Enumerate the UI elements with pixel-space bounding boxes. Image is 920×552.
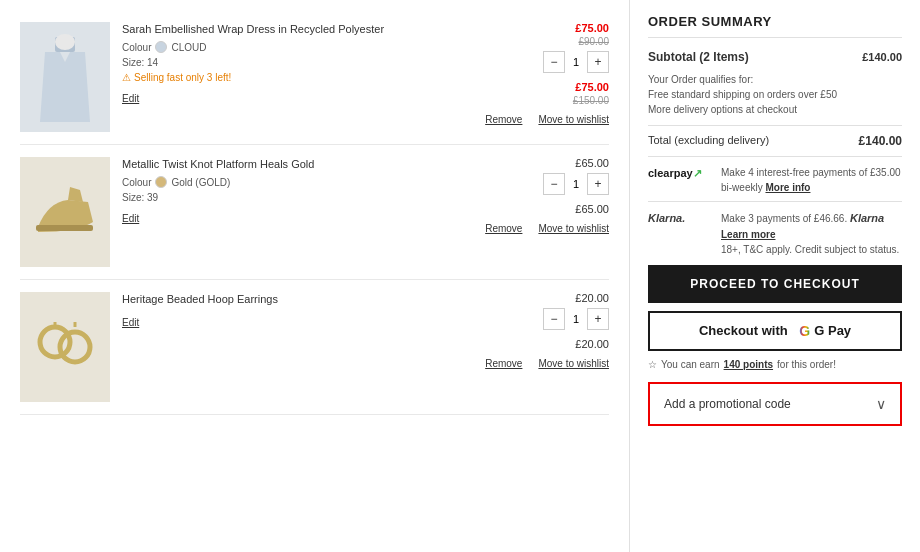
- item-right: £65.00 − + £65.00 Remove Move to wishlis…: [485, 157, 609, 234]
- subtotal-value: £140.00: [862, 51, 902, 63]
- edit-link[interactable]: Edit: [122, 317, 139, 328]
- earn-points-section: ☆ You can earn 140 points for this order…: [648, 359, 902, 370]
- remove-link[interactable]: Remove: [485, 358, 522, 369]
- promo-text: Add a promotional code: [664, 397, 791, 411]
- item-image: [20, 157, 110, 267]
- klarna-subtext: 18+, T&C apply. Credit subject to status…: [721, 242, 902, 257]
- item-total-section: £75.00 £150.00: [573, 81, 609, 106]
- item-right: £20.00 − + £20.00 Remove Move to wishlis…: [485, 292, 609, 369]
- item-total-section: £20.00: [575, 338, 609, 350]
- qty-area: − + £75.00 £150.00 Remove Move to wishli…: [485, 51, 609, 125]
- cart-item: Heritage Beaded Hoop Earrings Edit £20.0…: [20, 280, 609, 415]
- clearpay-option: clearpay↗ Make 4 interest-free payments …: [648, 165, 902, 202]
- item-total-original: £150.00: [573, 95, 609, 106]
- qty-decrease-btn[interactable]: −: [544, 51, 564, 73]
- bottom-item-actions: Remove Move to wishlist: [485, 223, 609, 234]
- item-right: £75.00 £90.00 − + £75.00 £150.00 Remove …: [485, 22, 609, 125]
- qty-increase-btn[interactable]: +: [588, 173, 608, 195]
- item-size: Size: 14: [122, 57, 473, 68]
- item-size: Size: 39: [122, 192, 473, 203]
- wishlist-link[interactable]: Move to wishlist: [538, 358, 609, 369]
- qty-decrease-btn[interactable]: −: [544, 308, 564, 330]
- item-image-placeholder: [20, 157, 110, 267]
- clearpay-more-info-link[interactable]: More info: [765, 182, 810, 193]
- edit-link[interactable]: Edit: [122, 93, 139, 104]
- gpay-label: G Pay: [814, 323, 851, 338]
- qty-input[interactable]: [564, 308, 588, 330]
- qty-control[interactable]: − +: [543, 51, 609, 73]
- order-summary-panel: ORDER SUMMARY Subtotal (2 Items) £140.00…: [630, 0, 920, 552]
- item-details: Sarah Embellished Wrap Dress in Recycled…: [122, 22, 473, 104]
- qty-input[interactable]: [564, 51, 588, 73]
- gpay-button[interactable]: Checkout with G G Pay: [648, 311, 902, 351]
- google-g-icon: G: [799, 323, 810, 339]
- cart-items-panel: Sarah Embellished Wrap Dress in Recycled…: [0, 0, 630, 552]
- chevron-down-icon: ∨: [876, 396, 886, 412]
- qty-control[interactable]: − +: [543, 308, 609, 330]
- colour-label: Colour: [122, 42, 151, 53]
- promo-code-section[interactable]: Add a promotional code ∨: [648, 382, 902, 426]
- qualifies-line3: More delivery options at checkout: [648, 102, 902, 117]
- svg-rect-2: [36, 225, 93, 231]
- item-details: Heritage Beaded Hoop Earrings Edit: [122, 292, 473, 328]
- item-total: £75.00: [575, 81, 609, 93]
- item-price-current: £65.00: [575, 157, 609, 169]
- subtotal-row: Subtotal (2 Items) £140.00: [648, 50, 902, 64]
- colour-swatch: [155, 41, 167, 53]
- bottom-item-actions: Remove Move to wishlist: [485, 114, 609, 125]
- item-total-section: £65.00: [575, 203, 609, 215]
- total-value: £140.00: [859, 134, 902, 148]
- qualifies-line1: Your Order qualifies for:: [648, 72, 902, 87]
- colour-name: CLOUD: [171, 42, 206, 53]
- item-details: Metallic Twist Knot Platform Heals Gold …: [122, 157, 473, 224]
- item-image: [20, 292, 110, 402]
- qualifies-section: Your Order qualifies for: Free standard …: [648, 72, 902, 126]
- qualifies-line2: Free standard shipping on orders over £5…: [648, 87, 902, 102]
- colour-label: Colour: [122, 177, 151, 188]
- klarna-text: Make 3 payments of £46.66. Klarna Learn …: [721, 210, 902, 257]
- item-price-section: £65.00: [575, 157, 609, 169]
- item-name: Heritage Beaded Hoop Earrings: [122, 292, 473, 307]
- gpay-text: Checkout with: [699, 323, 788, 338]
- clearpay-logo: clearpay↗: [648, 165, 713, 182]
- proceed-to-checkout-button[interactable]: PROCEED TO CHECKOUT: [648, 265, 902, 303]
- clearpay-text: Make 4 interest-free payments of £35.00 …: [721, 165, 902, 195]
- qty-control[interactable]: − +: [543, 173, 609, 195]
- qty-area: − + £20.00 Remove Move to wishlist: [485, 308, 609, 369]
- svg-point-4: [60, 332, 90, 362]
- klarna-brand-label: Klarna: [850, 212, 884, 224]
- klarna-learn-link[interactable]: Learn more: [721, 229, 775, 240]
- klarna-option: Klarna. Make 3 payments of £46.66. Klarn…: [648, 210, 902, 257]
- total-row: Total (excluding delivery) £140.00: [648, 134, 902, 157]
- qty-input[interactable]: [564, 173, 588, 195]
- item-colour: Colour CLOUD: [122, 41, 473, 53]
- cart-item: Sarah Embellished Wrap Dress in Recycled…: [20, 10, 609, 145]
- star-icon: ☆: [648, 359, 657, 370]
- klarna-logo: Klarna.: [648, 210, 713, 227]
- item-total: £20.00: [575, 338, 609, 350]
- item-price-current: £20.00: [575, 292, 609, 304]
- total-label: Total (excluding delivery): [648, 134, 769, 148]
- item-price-current: £75.00: [575, 22, 609, 34]
- remove-link[interactable]: Remove: [485, 114, 522, 125]
- item-name: Sarah Embellished Wrap Dress in Recycled…: [122, 22, 473, 37]
- colour-name: Gold (GOLD): [171, 177, 230, 188]
- svg-point-3: [40, 327, 70, 357]
- qty-decrease-btn[interactable]: −: [544, 173, 564, 195]
- points-link[interactable]: 140 points: [724, 359, 773, 370]
- qty-increase-btn[interactable]: +: [588, 51, 608, 73]
- order-summary-title: ORDER SUMMARY: [648, 14, 902, 38]
- item-total: £65.00: [575, 203, 609, 215]
- selling-fast-badge: ⚠ Selling fast only 3 left!: [122, 72, 473, 83]
- edit-link[interactable]: Edit: [122, 213, 139, 224]
- wishlist-link[interactable]: Move to wishlist: [538, 114, 609, 125]
- item-actions: Edit: [122, 317, 473, 328]
- remove-link[interactable]: Remove: [485, 223, 522, 234]
- wishlist-link[interactable]: Move to wishlist: [538, 223, 609, 234]
- item-name: Metallic Twist Knot Platform Heals Gold: [122, 157, 473, 172]
- item-price-section: £20.00: [575, 292, 609, 304]
- subtotal-label: Subtotal (2 Items): [648, 50, 749, 64]
- qty-increase-btn[interactable]: +: [588, 308, 608, 330]
- svg-point-1: [55, 34, 75, 50]
- warning-icon: ⚠: [122, 72, 131, 83]
